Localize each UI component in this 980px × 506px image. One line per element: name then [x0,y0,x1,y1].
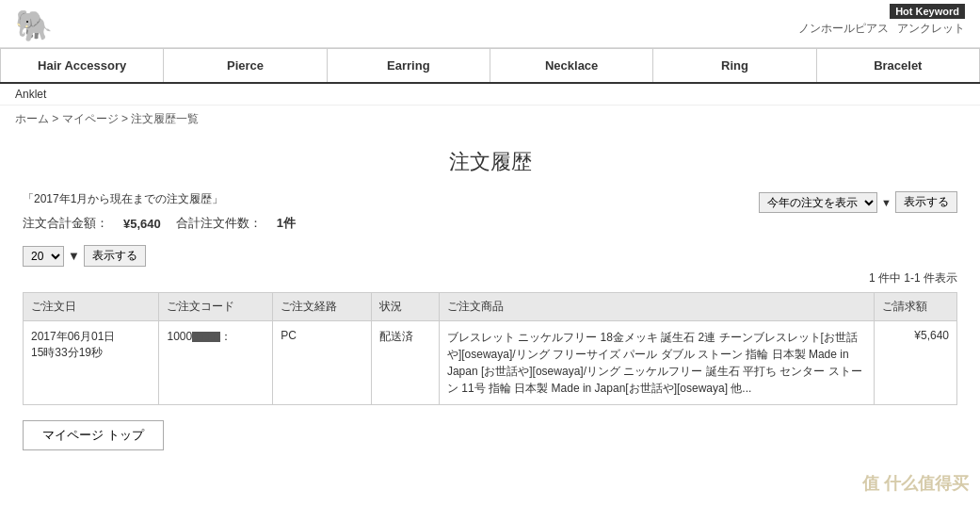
col-header-status: 状況 [371,293,439,321]
order-left-info: 「2017年1月から現在までの注文履歴」 注文合計金額： ¥5,640 合計注文… [23,191,296,267]
nav-item-earring[interactable]: Earring [328,49,490,82]
total-amount-label: 注文合計金額： [23,215,108,232]
nav-item-hair-accessory[interactable]: Hair Accessory [0,49,164,82]
nav-item-necklace[interactable]: Necklace [490,49,653,82]
order-table: ご注文日 ご注文コード ご注文経路 状況 ご注文商品 ご請求額 2017年06月… [23,292,957,405]
nav-anklet-link[interactable]: Anklet [15,88,46,101]
col-header-price: ご請求額 [874,293,956,321]
breadcrumb-sep1: > [52,112,61,125]
col-header-channel: ご注文経路 [273,293,372,321]
nav-item-pierce[interactable]: Pierce [164,49,327,82]
order-table-body: 2017年06月01日15時33分19秒 1000■■■■■： PC 配送済 ブ… [24,321,957,405]
total-count-value: 1件 [277,215,296,232]
header-right: Hot Keyword ノンホールピアス アンクレット [793,4,965,37]
cell-price: ¥5,640 [874,321,956,405]
nav-item-ring[interactable]: Ring [653,49,816,82]
nav-extra: Anklet [0,84,980,106]
order-period-text: 「2017年1月から現在までの注文履歴」 [23,191,296,207]
table-header-row: ご注文日 ご注文コード ご注文経路 状況 ご注文商品 ご請求額 [24,293,957,321]
per-page-display-button[interactable]: 表示する [84,245,146,267]
col-header-product: ご注文商品 [439,293,874,321]
breadcrumb-mypage[interactable]: マイページ [62,112,119,125]
cell-status: 配送済 [371,321,439,405]
per-page-row: 20 50 ▼ 表示する [23,245,296,267]
breadcrumb-home[interactable]: ホーム [15,112,49,125]
order-controls-row: 「2017年1月から現在までの注文履歴」 注文合計金額： ¥5,640 合計注文… [0,191,980,267]
order-right-controls: 今年の注文を表示 ▼ 表示する [759,191,957,213]
header-link-2[interactable]: アンクレット [897,22,965,35]
hot-keyword-badge: Hot Keyword [890,4,965,19]
table-row: 2017年06月01日15時33分19秒 1000■■■■■： PC 配送済 ブ… [24,321,957,405]
result-count: 1 件中 1-1 件表示 [0,270,980,286]
product-description: ブレスレット ニッケルフリー 18金メッキ 誕生石 2連 チーンブレスレット[お… [447,331,862,395]
mypage-top-button[interactable]: マイページ トップ [23,420,164,450]
header-links: ノンホールピアス アンクレット [793,21,965,37]
year-select-arrow: ▼ [881,197,892,208]
total-amount-value: ¥5,640 [123,217,161,231]
order-amount-row: 注文合計金額： ¥5,640 合計注文件数： 1件 [23,215,296,232]
main-nav: Hair Accessory Pierce Earring Necklace R… [0,48,980,84]
order-code-text: 1000■■■■■： [167,330,232,343]
breadcrumb-sep2: > [121,112,131,125]
cell-channel: PC [273,321,372,405]
col-header-code: ご注文コード [159,293,273,321]
breadcrumb: ホーム > マイページ > 注文履歴一覧 [0,106,980,131]
per-page-sep: ▼ [68,249,80,263]
order-table-head: ご注文日 ご注文コード ご注文経路 状況 ご注文商品 ご請求額 [24,293,957,321]
breadcrumb-current: 注文履歴一覧 [131,112,199,125]
header-link-1[interactable]: ノンホールピアス [798,22,889,35]
order-date-text: 2017年06月01日15時33分19秒 [31,330,115,359]
cell-code: 1000■■■■■： [159,321,273,405]
col-header-date: ご注文日 [24,293,159,321]
header-logo: 🐘 [15,4,53,43]
year-display-select[interactable]: 今年の注文を表示 [759,192,877,213]
cell-date: 2017年06月01日15時33分19秒 [24,321,159,405]
page-title: 注文履歴 [0,148,980,176]
per-page-select[interactable]: 20 50 [23,246,64,267]
total-count-label: 合計注文件数： [176,215,262,232]
cell-product: ブレスレット ニッケルフリー 18金メッキ 誕生石 2連 チーンブレスレット[お… [439,321,874,405]
year-display-button[interactable]: 表示する [895,191,957,213]
nav-item-bracelet[interactable]: Bracelet [817,49,980,82]
header: 🐘 Hot Keyword ノンホールピアス アンクレット [0,0,980,48]
footer-btn-row: マイページ トップ [0,405,980,465]
